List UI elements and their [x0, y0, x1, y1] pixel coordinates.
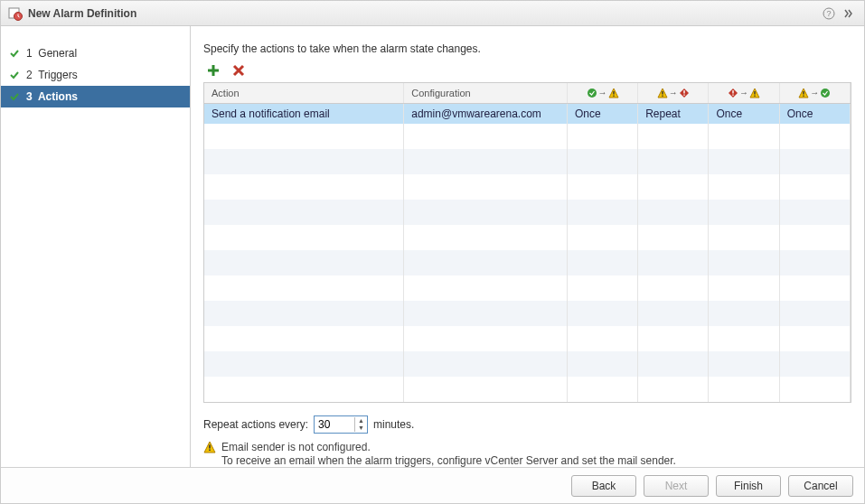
repeat-unit: minutes.: [373, 418, 414, 431]
step-general[interactable]: 1 General: [1, 42, 190, 64]
svg-point-17: [821, 89, 830, 98]
step-label: 2 Triggers: [26, 69, 78, 81]
cell-state1[interactable]: Once: [567, 103, 637, 124]
titlebar: New Alarm Definition ?: [1, 1, 864, 26]
delete-button[interactable]: [230, 62, 247, 79]
status-warning-icon: [798, 88, 809, 98]
check-icon: [8, 69, 21, 81]
col-config[interactable]: Configuration: [404, 83, 568, 103]
arrow-icon: →: [598, 88, 607, 98]
svg-rect-10: [683, 94, 684, 95]
repeat-input[interactable]: [315, 416, 354, 433]
svg-rect-14: [754, 95, 755, 96]
cell-state2[interactable]: Repeat: [638, 103, 709, 124]
arrow-icon: →: [739, 88, 748, 98]
actions-toolbar: [203, 62, 851, 79]
svg-rect-11: [732, 90, 733, 94]
table-row: [204, 326, 851, 351]
step-label: 1 General: [26, 47, 77, 60]
warning-icon: [203, 441, 216, 453]
wizard-sidebar: 1 General 2 Triggers 3 Actions: [1, 26, 191, 467]
status-critical-icon: [679, 88, 690, 98]
repeat-spinner[interactable]: ▲ ▼: [314, 415, 368, 434]
table-row: [204, 351, 851, 377]
cancel-button[interactable]: Cancel: [788, 475, 853, 497]
table-row: [204, 149, 851, 174]
svg-rect-16: [804, 95, 804, 96]
col-action[interactable]: Action: [204, 83, 404, 103]
cell-action[interactable]: Send a notification email: [204, 103, 404, 124]
cell-config[interactable]: admin@vmwarearena.com: [404, 103, 568, 124]
svg-point-4: [588, 89, 597, 98]
svg-rect-9: [683, 90, 684, 94]
footer: Back Next Finish Cancel: [1, 467, 864, 503]
svg-rect-13: [754, 91, 755, 95]
main-panel: Specify the actions to take when the ala…: [191, 26, 864, 467]
svg-rect-19: [209, 449, 211, 451]
svg-rect-5: [613, 91, 614, 95]
table-row: [204, 124, 851, 149]
cell-state3[interactable]: Once: [709, 103, 779, 124]
cell-state4[interactable]: Once: [779, 103, 850, 124]
svg-rect-12: [732, 94, 733, 95]
col-yellow-to-red[interactable]: →: [638, 83, 709, 103]
alarm-icon: [8, 6, 23, 21]
table-row: [204, 200, 851, 225]
help-icon[interactable]: ?: [821, 5, 837, 22]
col-red-to-yellow[interactable]: →: [709, 83, 779, 103]
expand-icon[interactable]: [841, 5, 857, 22]
check-icon: [8, 90, 21, 103]
check-icon: [8, 47, 21, 60]
window-title: New Alarm Definition: [28, 7, 817, 20]
instruction-text: Specify the actions to take when the ala…: [203, 42, 851, 55]
table-row: [204, 250, 851, 275]
table-row[interactable]: Send a notification email admin@vmwarear…: [204, 103, 851, 124]
next-button: Next: [644, 475, 709, 497]
actions-table: Action Configuration →: [203, 82, 851, 403]
col-yellow-to-green[interactable]: →: [779, 83, 850, 103]
svg-rect-6: [613, 95, 614, 96]
step-triggers[interactable]: 2 Triggers: [1, 64, 190, 86]
status-warning-icon: [608, 88, 619, 98]
step-actions[interactable]: 3 Actions: [1, 86, 190, 107]
status-critical-icon: [728, 88, 738, 98]
back-button[interactable]: Back: [571, 475, 636, 497]
warning-text: Email sender is not configured. To recei…: [221, 441, 676, 468]
svg-rect-8: [662, 95, 663, 96]
col-green-to-yellow[interactable]: →: [567, 83, 637, 103]
status-ok-icon: [587, 88, 597, 98]
status-warning-icon: [749, 88, 760, 98]
add-button[interactable]: [205, 62, 221, 79]
svg-text:?: ?: [826, 9, 831, 18]
spinner-up[interactable]: ▲: [355, 417, 367, 425]
table-row: [204, 275, 851, 301]
table-row: [204, 377, 851, 402]
arrow-icon: →: [669, 88, 678, 98]
table-row: [204, 301, 851, 326]
repeat-label: Repeat actions every:: [203, 418, 308, 431]
table-row: [204, 225, 851, 250]
status-warning-icon: [657, 88, 668, 98]
svg-rect-7: [662, 91, 663, 95]
status-ok-icon: [820, 88, 831, 98]
table-row: [204, 174, 851, 200]
step-label: 3 Actions: [26, 90, 78, 103]
repeat-row: Repeat actions every: ▲ ▼ minutes.: [203, 415, 851, 434]
svg-rect-15: [804, 91, 804, 95]
arrow-icon: →: [810, 88, 819, 98]
spinner-down[interactable]: ▼: [355, 425, 367, 432]
warning-row: Email sender is not configured. To recei…: [203, 441, 851, 468]
svg-rect-18: [209, 444, 211, 448]
finish-button[interactable]: Finish: [716, 475, 781, 497]
